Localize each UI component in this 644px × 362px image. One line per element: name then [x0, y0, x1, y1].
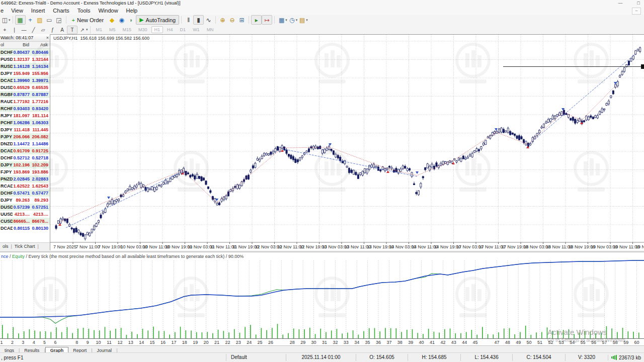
data-window-icon[interactable]: +	[26, 16, 35, 24]
chevron-down-icon[interactable]: ▾	[86, 28, 88, 32]
bar-chart-icon[interactable]: ‖	[184, 16, 193, 24]
cursor-crosshair-icon[interactable]: +	[0, 26, 10, 34]
tester-x-number: 26	[268, 340, 273, 345]
market-watch-tab-ols[interactable]: ols	[0, 243, 11, 250]
strategy-tester-icon[interactable]: ◲	[54, 16, 64, 24]
market-watch-row[interactable]: FJPY193.869193.886	[0, 168, 50, 175]
timeframe-m30[interactable]: M30	[135, 26, 150, 33]
market-watch-row[interactable]: DJPY155.949155.956	[0, 70, 50, 77]
timeframe-w1[interactable]: W1	[190, 26, 203, 33]
timeframe-d1[interactable]: D1	[177, 26, 189, 33]
chevron-down-icon[interactable]: ▾	[9, 18, 11, 22]
metaeditor-icon[interactable]: ◆	[107, 16, 117, 24]
chart-shift-icon[interactable]: ↦	[262, 15, 272, 25]
tester-x-number: 8	[75, 340, 78, 345]
mdi-restore-icon[interactable]: –	[632, 8, 641, 15]
market-watch-row[interactable]: DJPY89.26389.293	[0, 197, 50, 204]
market-watch-row[interactable]: DCHF0.527120.52718	[0, 154, 50, 161]
tester-x-number: 20	[204, 340, 209, 345]
market-watch-row[interactable]: DJPY111.418111.445	[0, 126, 50, 133]
timeframe-m15[interactable]: M15	[120, 26, 135, 33]
symbol-cell: PCHF	[0, 119, 13, 126]
text-icon[interactable]: A	[57, 26, 67, 34]
title-bar: 649962: Exness-Trial8 - Demo Account - E…	[0, 0, 644, 7]
profile-icon[interactable]: ◉	[117, 16, 126, 24]
chart-window[interactable]: USDJPY,H1 156.618 156.699 156.582 156.60…	[50, 34, 644, 250]
vertical-line-icon[interactable]: |	[10, 26, 19, 34]
ask-column-header[interactable]: Ask	[31, 42, 50, 48]
bid-column-header[interactable]: Bid	[13, 42, 31, 48]
candlestick-chart-icon[interactable]: ▮	[193, 15, 204, 25]
market-watch-row[interactable]: RCAD1.625221.62543	[0, 183, 50, 190]
bid-cell: 86665...	[13, 218, 31, 225]
market-watch-row[interactable]: DCHF0.574710.57477	[0, 190, 50, 197]
market-watch-row[interactable]: DCHF0.804370.80446	[0, 49, 50, 56]
zoom-out-icon[interactable]: ⊖	[227, 16, 237, 24]
terminal-icon[interactable]: ▭	[45, 16, 54, 24]
new-order-button-label: New Order	[77, 17, 104, 23]
fibonacci-icon[interactable]: ƒ	[48, 26, 57, 34]
menu-item-help[interactable]: Help	[122, 7, 142, 15]
market-watch-row[interactable]: PCHF1.062861.06303	[0, 119, 50, 126]
market-watch-row[interactable]: RUSD1.161281.16134	[0, 63, 50, 70]
market-watch-row[interactable]: PNZD2.028452.02883	[0, 175, 50, 183]
market-watch-tab-tick-chart[interactable]: Tick Chart	[12, 243, 38, 250]
zoom-in-icon[interactable]: ⊕	[218, 16, 227, 24]
trendline-icon[interactable]: ╱	[29, 26, 38, 34]
timeframe-m5[interactable]: M5	[106, 26, 119, 33]
alerts-icon[interactable]: ◗	[126, 16, 136, 24]
text-label-icon[interactable]: T	[67, 26, 77, 34]
market-watch-row[interactable]: PJPY206.066206.082	[0, 133, 50, 140]
status-cell-0: Default	[226, 354, 286, 361]
market-watch-row[interactable]: DUSD0.655290.65535	[0, 84, 50, 91]
tester-graph[interactable]: 1234568910111213141516171819202122232425…	[0, 252, 644, 346]
minimize-button[interactable]: —	[612, 0, 629, 7]
menu-item-view[interactable]: View	[7, 7, 27, 15]
timeframe-m1[interactable]: M1	[93, 26, 106, 33]
menu-item-charts[interactable]: Charts	[49, 7, 73, 15]
close-icon[interactable]: ×	[46, 34, 49, 41]
auto-scroll-icon[interactable]: ▸	[251, 15, 262, 25]
menu-item-tools[interactable]: Tools	[73, 7, 95, 15]
market-watch-row[interactable]: DJPY102.196102.209	[0, 161, 50, 168]
market-watch-row[interactable]: RCHF0.934030.93420	[0, 105, 50, 112]
new-order-button[interactable]: +New Order	[68, 15, 108, 25]
market-watch-row[interactable]: RGBP0.878770.87887	[0, 91, 50, 98]
line-chart-icon[interactable]: ∿	[204, 16, 213, 24]
market-watch-row[interactable]: DUSD0.572390.57251	[0, 204, 50, 211]
market-watch-row[interactable]: PUSD1.321371.32144	[0, 56, 50, 63]
market-watch-icon[interactable]: ▦	[15, 15, 26, 25]
tester-x-number: 35	[365, 340, 370, 345]
menu-item-insert[interactable]: Insert	[27, 7, 49, 15]
maximize-button[interactable]: □	[630, 0, 644, 7]
timeframe-h1[interactable]: H1	[151, 26, 164, 33]
timeframe-h4[interactable]: H4	[164, 26, 176, 33]
chevron-down-icon[interactable]: ▾	[306, 18, 308, 22]
menu-item-window[interactable]: Window	[94, 7, 122, 15]
ask-cell: 1.16134	[31, 63, 50, 70]
market-watch-row[interactable]: DNZD1.144721.14486	[0, 140, 50, 147]
horizontal-line-icon[interactable]: —	[19, 26, 29, 34]
market-watch-row[interactable]: CUSD86665...86678...	[0, 218, 50, 225]
tile-windows-icon[interactable]: ⊞	[237, 16, 247, 24]
menu-file-clipped[interactable]: e	[0, 7, 6, 15]
tester-x-number: 16	[160, 340, 166, 345]
market-watch-row[interactable]: DCAD0.801150.80130	[0, 225, 50, 232]
market-watch-row[interactable]: DCAD1.399601.39971	[0, 77, 50, 84]
bid-cell: 1.16128	[13, 63, 31, 70]
market-watch-row[interactable]: DCAD0.917090.91725	[0, 147, 50, 154]
market-watch-row[interactable]: UUSD4213....4213....	[0, 211, 50, 218]
strategy-tester-panel: nce / Equity / Every tick (the most prec…	[0, 251, 644, 354]
autotrading-button[interactable]: ▶AutoTrading	[136, 15, 179, 25]
market-watch-row[interactable]: RAUD1.771921.77216	[0, 98, 50, 105]
market-watch-row[interactable]: RJPY181.097181.114	[0, 112, 50, 119]
channel-icon[interactable]: ▱	[38, 26, 48, 34]
navigator-icon[interactable]: ▨	[35, 16, 45, 24]
x-axis-label: 19 Nov 19:00	[635, 244, 644, 249]
line-studies-toolbar: +|—╱▱ƒAT↗▾M1M5M15M30H1H4D1W1MN	[0, 25, 644, 35]
symbol-cell: PNZD	[0, 175, 13, 183]
tester-x-number: 11	[107, 340, 111, 345]
timeframe-mn[interactable]: MN	[204, 26, 217, 33]
candlestick-chart[interactable]: 7 Nov 20257 Nov 11:007 Nov 19:0010 Nov 0…	[50, 35, 644, 250]
symbol-column-header[interactable]: ol	[0, 42, 13, 48]
